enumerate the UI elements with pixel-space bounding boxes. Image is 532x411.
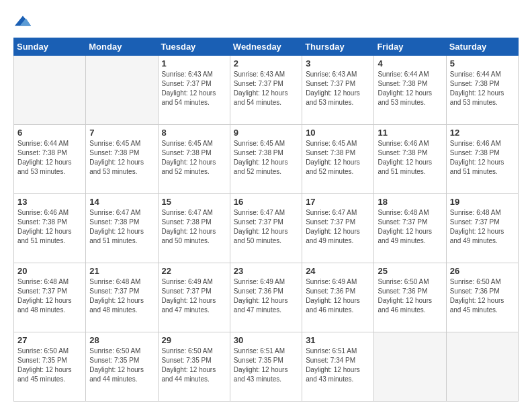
- day-cell: 29Sunrise: 6:50 AMSunset: 7:35 PMDayligh…: [158, 332, 230, 402]
- day-cell: 7Sunrise: 6:45 AMSunset: 7:38 PMDaylight…: [86, 125, 158, 194]
- day-number: 18: [378, 197, 442, 207]
- week-row-2: 6Sunrise: 6:44 AMSunset: 7:38 PMDaylight…: [14, 125, 519, 194]
- day-number: 25: [378, 266, 442, 276]
- day-number: 26: [450, 266, 515, 276]
- day-number: 22: [162, 266, 226, 276]
- calendar-header-row: SundayMondayTuesdayWednesdayThursdayFrid…: [14, 38, 519, 56]
- day-number: 12: [450, 128, 515, 138]
- day-info: Sunrise: 6:47 AMSunset: 7:38 PMDaylight:…: [89, 208, 154, 246]
- day-info: Sunrise: 6:44 AMSunset: 7:38 PMDaylight:…: [17, 139, 82, 177]
- day-cell: 9Sunrise: 6:45 AMSunset: 7:38 PMDaylight…: [230, 125, 302, 194]
- day-number: 31: [306, 335, 370, 345]
- day-cell: 14Sunrise: 6:47 AMSunset: 7:38 PMDayligh…: [86, 194, 158, 263]
- col-header-saturday: Saturday: [446, 38, 518, 56]
- day-cell: 23Sunrise: 6:49 AMSunset: 7:36 PMDayligh…: [230, 263, 302, 332]
- logo: [13, 12, 35, 31]
- day-info: Sunrise: 6:43 AMSunset: 7:37 PMDaylight:…: [162, 70, 226, 107]
- day-cell: [446, 332, 518, 402]
- day-number: 30: [234, 335, 298, 345]
- col-header-wednesday: Wednesday: [230, 38, 302, 56]
- day-info: Sunrise: 6:48 AMSunset: 7:37 PMDaylight:…: [89, 277, 154, 315]
- day-cell: 6Sunrise: 6:44 AMSunset: 7:38 PMDaylight…: [14, 125, 86, 194]
- day-number: 6: [17, 128, 82, 138]
- day-number: 28: [89, 335, 154, 345]
- day-info: Sunrise: 6:46 AMSunset: 7:38 PMDaylight:…: [378, 139, 442, 177]
- day-cell: 26Sunrise: 6:50 AMSunset: 7:36 PMDayligh…: [446, 263, 518, 332]
- day-number: 16: [234, 197, 298, 207]
- calendar-table: SundayMondayTuesdayWednesdayThursdayFrid…: [13, 38, 519, 402]
- day-info: Sunrise: 6:49 AMSunset: 7:36 PMDaylight:…: [234, 277, 298, 315]
- day-number: 20: [17, 266, 82, 276]
- header: [13, 12, 519, 31]
- week-row-1: 1Sunrise: 6:43 AMSunset: 7:37 PMDaylight…: [14, 56, 519, 125]
- day-number: 24: [306, 266, 370, 276]
- day-number: 14: [89, 197, 154, 207]
- col-header-tuesday: Tuesday: [158, 38, 230, 56]
- day-number: 19: [450, 197, 515, 207]
- day-info: Sunrise: 6:43 AMSunset: 7:37 PMDaylight:…: [306, 70, 370, 107]
- day-cell: 17Sunrise: 6:47 AMSunset: 7:37 PMDayligh…: [302, 194, 374, 263]
- logo-icon: [13, 12, 32, 31]
- day-info: Sunrise: 6:45 AMSunset: 7:38 PMDaylight:…: [234, 139, 298, 177]
- day-info: Sunrise: 6:50 AMSunset: 7:36 PMDaylight:…: [450, 277, 515, 315]
- day-cell: [14, 56, 86, 125]
- day-cell: 31Sunrise: 6:51 AMSunset: 7:34 PMDayligh…: [302, 332, 374, 402]
- day-info: Sunrise: 6:44 AMSunset: 7:38 PMDaylight:…: [378, 70, 442, 107]
- col-header-thursday: Thursday: [302, 38, 374, 56]
- day-info: Sunrise: 6:47 AMSunset: 7:37 PMDaylight:…: [234, 208, 298, 246]
- day-number: 3: [306, 58, 370, 68]
- day-number: 17: [306, 197, 370, 207]
- day-number: 8: [162, 128, 226, 138]
- day-cell: 4Sunrise: 6:44 AMSunset: 7:38 PMDaylight…: [374, 56, 446, 125]
- day-cell: 21Sunrise: 6:48 AMSunset: 7:37 PMDayligh…: [86, 263, 158, 332]
- day-cell: 10Sunrise: 6:45 AMSunset: 7:38 PMDayligh…: [302, 125, 374, 194]
- day-cell: 15Sunrise: 6:47 AMSunset: 7:38 PMDayligh…: [158, 194, 230, 263]
- day-number: 1: [162, 58, 226, 68]
- col-header-sunday: Sunday: [14, 38, 86, 56]
- day-cell: 25Sunrise: 6:50 AMSunset: 7:36 PMDayligh…: [374, 263, 446, 332]
- day-info: Sunrise: 6:45 AMSunset: 7:38 PMDaylight:…: [89, 139, 154, 177]
- day-number: 23: [234, 266, 298, 276]
- week-row-5: 27Sunrise: 6:50 AMSunset: 7:35 PMDayligh…: [14, 332, 519, 402]
- day-cell: 1Sunrise: 6:43 AMSunset: 7:37 PMDaylight…: [158, 56, 230, 125]
- day-cell: 5Sunrise: 6:44 AMSunset: 7:38 PMDaylight…: [446, 56, 518, 125]
- day-cell: 8Sunrise: 6:45 AMSunset: 7:38 PMDaylight…: [158, 125, 230, 194]
- day-cell: 18Sunrise: 6:48 AMSunset: 7:37 PMDayligh…: [374, 194, 446, 263]
- day-cell: 12Sunrise: 6:46 AMSunset: 7:38 PMDayligh…: [446, 125, 518, 194]
- day-info: Sunrise: 6:46 AMSunset: 7:38 PMDaylight:…: [450, 139, 515, 177]
- week-row-4: 20Sunrise: 6:48 AMSunset: 7:37 PMDayligh…: [14, 263, 519, 332]
- day-info: Sunrise: 6:47 AMSunset: 7:38 PMDaylight:…: [162, 208, 226, 246]
- day-cell: 30Sunrise: 6:51 AMSunset: 7:35 PMDayligh…: [230, 332, 302, 402]
- day-number: 15: [162, 197, 226, 207]
- day-cell: 16Sunrise: 6:47 AMSunset: 7:37 PMDayligh…: [230, 194, 302, 263]
- day-info: Sunrise: 6:51 AMSunset: 7:34 PMDaylight:…: [306, 347, 370, 384]
- day-number: 13: [17, 197, 82, 207]
- page: SundayMondayTuesdayWednesdayThursdayFrid…: [0, 0, 532, 411]
- day-info: Sunrise: 6:43 AMSunset: 7:37 PMDaylight:…: [234, 70, 298, 107]
- day-cell: 28Sunrise: 6:50 AMSunset: 7:35 PMDayligh…: [86, 332, 158, 402]
- day-number: 9: [234, 128, 298, 138]
- day-info: Sunrise: 6:47 AMSunset: 7:37 PMDaylight:…: [306, 208, 370, 246]
- col-header-friday: Friday: [374, 38, 446, 56]
- day-info: Sunrise: 6:45 AMSunset: 7:38 PMDaylight:…: [162, 139, 226, 177]
- day-number: 27: [17, 335, 82, 345]
- day-info: Sunrise: 6:48 AMSunset: 7:37 PMDaylight:…: [378, 208, 442, 246]
- day-number: 5: [450, 58, 515, 68]
- day-number: 21: [89, 266, 154, 276]
- day-cell: 24Sunrise: 6:49 AMSunset: 7:36 PMDayligh…: [302, 263, 374, 332]
- day-info: Sunrise: 6:50 AMSunset: 7:35 PMDaylight:…: [162, 347, 226, 384]
- day-info: Sunrise: 6:50 AMSunset: 7:35 PMDaylight:…: [17, 347, 82, 384]
- day-info: Sunrise: 6:50 AMSunset: 7:35 PMDaylight:…: [89, 347, 154, 384]
- day-cell: 19Sunrise: 6:48 AMSunset: 7:37 PMDayligh…: [446, 194, 518, 263]
- day-cell: 27Sunrise: 6:50 AMSunset: 7:35 PMDayligh…: [14, 332, 86, 402]
- day-info: Sunrise: 6:48 AMSunset: 7:37 PMDaylight:…: [17, 277, 82, 315]
- day-info: Sunrise: 6:46 AMSunset: 7:38 PMDaylight:…: [17, 208, 82, 246]
- day-cell: 11Sunrise: 6:46 AMSunset: 7:38 PMDayligh…: [374, 125, 446, 194]
- col-header-monday: Monday: [86, 38, 158, 56]
- day-cell: 13Sunrise: 6:46 AMSunset: 7:38 PMDayligh…: [14, 194, 86, 263]
- day-cell: 2Sunrise: 6:43 AMSunset: 7:37 PMDaylight…: [230, 56, 302, 125]
- day-number: 2: [234, 58, 298, 68]
- day-info: Sunrise: 6:50 AMSunset: 7:36 PMDaylight:…: [378, 277, 442, 315]
- day-cell: [86, 56, 158, 125]
- day-info: Sunrise: 6:48 AMSunset: 7:37 PMDaylight:…: [450, 208, 515, 246]
